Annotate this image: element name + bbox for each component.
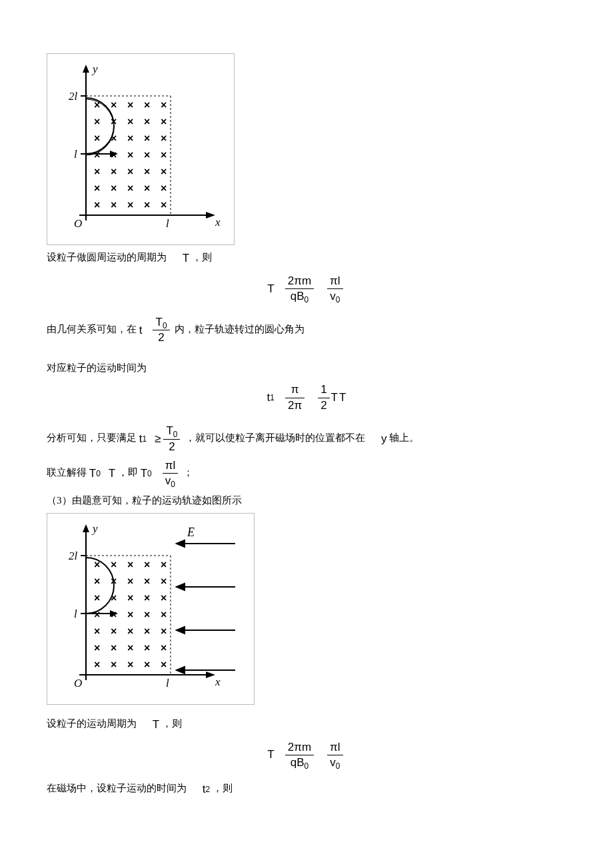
paragraph-3: 对应粒子的运动时间为 [47,361,566,375]
svg-text:2l: 2l [69,90,78,103]
svg-text:y: y [91,522,98,535]
svg-text:x: x [215,216,221,228]
paragraph-4: 分析可知，只要满足 t1 ≥ T0 2 ，就可以使粒子离开磁场时的位置都不在 y… [47,424,566,454]
svg-text:×: × [161,659,167,670]
svg-text:×: × [127,626,133,637]
paragraph-7: 设粒子的运动周期为 T ，则 [47,717,566,733]
svg-text:×: × [94,133,100,144]
svg-text:×: × [144,149,150,161]
equation-3: T 2πm qB0 πl v0 [47,741,566,770]
svg-text:×: × [127,199,133,211]
svg-text:×: × [161,642,167,653]
svg-text:×: × [144,609,150,620]
p1-post: ，则 [192,252,212,262]
svg-text:×: × [94,116,100,127]
svg-text:y: y [91,63,98,75]
svg-text:×: × [94,642,100,653]
svg-text:×: × [144,166,150,177]
svg-text:×: × [161,576,167,587]
svg-text:×: × [161,166,167,177]
svg-marker-54 [206,671,215,678]
svg-text:×: × [94,626,100,637]
svg-text:E: E [187,526,195,539]
svg-text:×: × [111,183,117,194]
figure-2: ××××× ××××× ××××× ××××× ××××× ××××× ××××… [47,513,255,705]
p1-sym: T [183,250,189,266]
svg-text:×: × [127,559,133,570]
svg-text:×: × [127,183,133,194]
svg-text:×: × [127,659,133,670]
svg-text:×: × [144,116,150,127]
svg-text:×: × [127,576,133,587]
svg-text:×: × [94,199,100,211]
figure-1: ××××× ××××× ××××× ××××× ××××× ××××× ××××… [47,53,235,245]
equation-2: t1 π 2π 1 2 TT [47,383,566,412]
svg-marker-1 [83,65,89,73]
svg-text:×: × [144,626,150,637]
svg-marker-97 [177,540,185,547]
paragraph-1: 设粒子做圆周运动的周期为 T ，则 [47,250,566,266]
svg-text:×: × [94,183,100,194]
svg-text:×: × [111,659,117,670]
eq1-lhs: T [267,281,274,297]
svg-text:×: × [127,116,133,127]
svg-text:×: × [161,99,167,111]
svg-text:×: × [144,659,150,670]
p1-pre: 设粒子做圆周运动的周期为 [47,252,167,262]
svg-text:×: × [94,576,100,587]
svg-marker-99 [177,584,185,590]
svg-marker-103 [177,667,185,673]
svg-text:×: × [127,166,133,177]
svg-text:O: O [74,217,82,230]
svg-text:×: × [111,99,117,111]
paragraph-8: 在磁场中，设粒子运动的时间为 t2 ，则 [47,781,566,797]
svg-text:×: × [144,183,150,194]
svg-marker-3 [206,212,215,218]
svg-text:×: × [144,133,150,144]
svg-text:×: × [144,592,150,604]
svg-text:O: O [74,677,82,689]
svg-text:×: × [144,559,150,570]
svg-text:l: l [74,148,77,161]
svg-text:×: × [111,166,117,177]
paragraph-5: 联立解得 T0 T ，即 T0 πl v0 ； [47,459,566,488]
svg-text:×: × [127,592,133,604]
svg-text:l: l [166,677,169,689]
svg-text:×: × [161,559,167,570]
figure2-svg: ××××× ××××× ××××× ××××× ××××× ××××× ××××… [54,520,247,693]
svg-text:×: × [127,609,133,620]
svg-text:×: × [144,642,150,653]
svg-text:×: × [94,166,100,177]
svg-text:×: × [94,659,100,670]
paragraph-2: 由几何关系可知，在 t T0 2 内，粒子轨迹转过的圆心角为 [47,316,566,345]
svg-marker-52 [83,524,89,532]
svg-text:l: l [74,608,77,620]
svg-text:×: × [144,576,150,587]
svg-text:×: × [144,199,150,211]
figure1-svg: ××××× ××××× ××××× ××××× ××××× ××××× ××××… [54,61,227,234]
svg-text:×: × [127,133,133,144]
svg-text:×: × [127,642,133,653]
svg-text:×: × [111,199,117,211]
svg-text:×: × [127,99,133,111]
svg-text:×: × [111,559,117,570]
svg-text:×: × [111,626,117,637]
svg-text:×: × [144,99,150,111]
svg-text:2l: 2l [69,550,78,562]
svg-text:×: × [161,149,167,161]
svg-text:l: l [166,217,169,230]
svg-text:×: × [161,183,167,194]
svg-text:×: × [161,609,167,620]
equation-1: T 2πm qB0 πl v0 [47,274,566,304]
svg-text:×: × [161,592,167,604]
svg-marker-101 [177,627,185,634]
svg-text:×: × [94,592,100,604]
svg-text:×: × [161,133,167,144]
paragraph-6: （3）由题意可知，粒子的运动轨迹如图所示 [47,494,566,508]
svg-text:x: x [215,675,221,688]
svg-text:×: × [111,642,117,653]
svg-text:×: × [161,116,167,127]
svg-text:×: × [161,626,167,637]
svg-text:×: × [127,149,133,161]
svg-text:×: × [161,199,167,211]
